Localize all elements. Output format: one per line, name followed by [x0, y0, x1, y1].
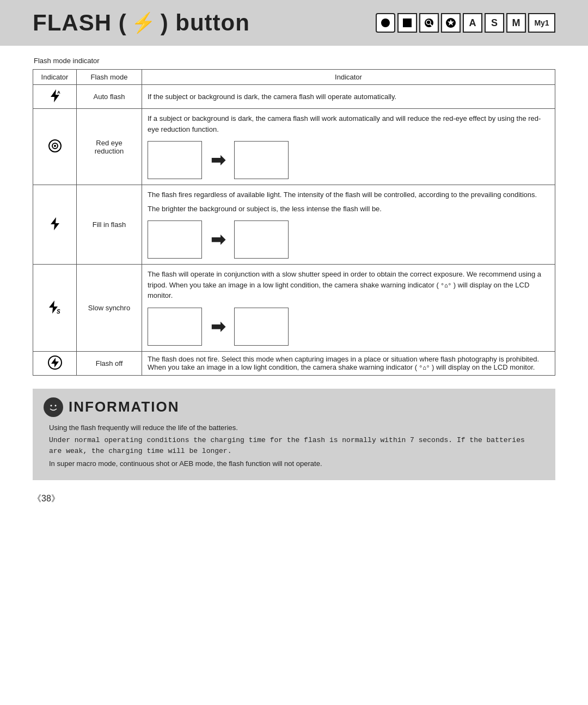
diagram-box-before-fill [148, 220, 202, 259]
desc-cell-fillinflash: The flash fires regardless of available … [142, 185, 555, 265]
mode-cell-flashoff: Flash off [77, 351, 142, 375]
diagram-box-after-slow [234, 308, 289, 346]
title-text-button: ) button [161, 10, 250, 36]
table-row: A Auto flash If the subject or backgroun… [33, 85, 555, 109]
indicator-cell-redeye [33, 109, 77, 185]
diagram-arrow-redeye: ➡ [211, 150, 225, 170]
table-row: S Slow synchro The flash will operate in… [33, 265, 555, 352]
slow-synchro-icon: S [47, 299, 63, 315]
auto-flash-icon: A [48, 88, 62, 103]
diagram-box-before-redeye [148, 141, 202, 179]
desc-cell-flashoff: The flash does not fire. Select this mod… [142, 351, 555, 375]
info-item: Under normal operating conditions the ch… [49, 435, 539, 456]
mode-icon-program [376, 13, 395, 33]
fill-flash-icon [49, 216, 61, 231]
svg-point-0 [381, 19, 390, 27]
diagram-box-before-slow [148, 308, 202, 346]
mode-cell-fillinflash: Fill in flash [77, 185, 142, 265]
title-text-flash: FLASH ( [33, 10, 127, 36]
info-icon [44, 397, 63, 417]
info-item: Using the flash frequently will reduce t… [49, 422, 539, 433]
mode-icon-my1: My1 [528, 13, 555, 33]
diagram-arrow-slow: ➡ [211, 316, 225, 337]
table-row: Red eyereduction If a subject or backgro… [33, 109, 555, 185]
mode-cell-redeye: Red eyereduction [77, 109, 142, 185]
flash-off-icon [47, 355, 63, 370]
diagram-box-after-redeye [234, 141, 289, 179]
svg-point-19 [55, 404, 57, 406]
page-title: FLASH ( ⚡ ) button [33, 10, 250, 36]
desc-cell-redeye: If a subject or background is dark, the … [142, 109, 555, 185]
table-row: Fill in flash The flash fires regardless… [33, 185, 555, 265]
indicator-cell-flashoff [33, 351, 77, 375]
indicator-cell-autoflash: A [33, 85, 77, 109]
indicator-cell-fillinflash [33, 185, 77, 265]
info-item: In super macro mode, continuous shot or … [49, 458, 539, 469]
info-title: INFORMATION [69, 399, 180, 415]
flash-mode-label: Flash mode indicator [34, 57, 555, 65]
table-row: Flash off The flash does not fire. Selec… [33, 351, 555, 375]
svg-text:A: A [57, 90, 60, 95]
mode-icon-custom [441, 13, 461, 33]
col-header-indicator-1: Indicator [33, 70, 77, 85]
svg-marker-12 [51, 217, 59, 230]
desc-cell-slowsynchro: The flash will operate in conjunction wi… [142, 265, 555, 352]
mode-cell-autoflash: Auto flash [77, 85, 142, 109]
diagram-slowsynchro: ➡ [148, 305, 549, 348]
mode-icon-a: A [463, 13, 482, 33]
mode-icons-group: A S M My1 [376, 13, 555, 33]
mode-icon-s: S [485, 13, 504, 33]
svg-rect-1 [403, 19, 412, 27]
svg-point-17 [46, 400, 61, 415]
flash-modes-table: Indicator Flash mode Indicator A Auto fl… [33, 69, 555, 376]
col-header-indicator-2: Indicator [142, 70, 555, 85]
mode-cell-slowsynchro: Slow synchro [77, 265, 142, 352]
diagram-box-after-fill [234, 220, 289, 259]
svg-marker-16 [51, 358, 59, 367]
mode-icon-m: M [506, 13, 526, 33]
indicator-cell-slowsynchro: S [33, 265, 77, 352]
mode-icon-aperture [397, 13, 417, 33]
information-box: INFORMATION Using the flash frequently w… [33, 389, 555, 480]
info-list: Using the flash frequently will reduce t… [44, 422, 544, 469]
info-header: INFORMATION [44, 397, 544, 417]
mode-icon-scene [419, 13, 439, 33]
flash-bolt-symbol: ⚡ [131, 11, 156, 34]
svg-text:S: S [57, 309, 60, 315]
svg-point-11 [54, 145, 56, 147]
red-eye-icon [47, 138, 63, 154]
page-number: 《38》 [33, 493, 555, 505]
diagram-fillinflash: ➡ [148, 218, 549, 261]
svg-point-18 [51, 404, 52, 406]
diagram-redeye: ➡ [148, 139, 549, 181]
desc-cell-autoflash: If the subject or background is dark, th… [142, 85, 555, 109]
page-header: FLASH ( ⚡ ) button [0, 0, 588, 46]
col-header-mode: Flash mode [77, 70, 142, 85]
diagram-arrow-fill: ➡ [211, 229, 225, 250]
page: FLASH ( ⚡ ) button [0, 0, 588, 705]
